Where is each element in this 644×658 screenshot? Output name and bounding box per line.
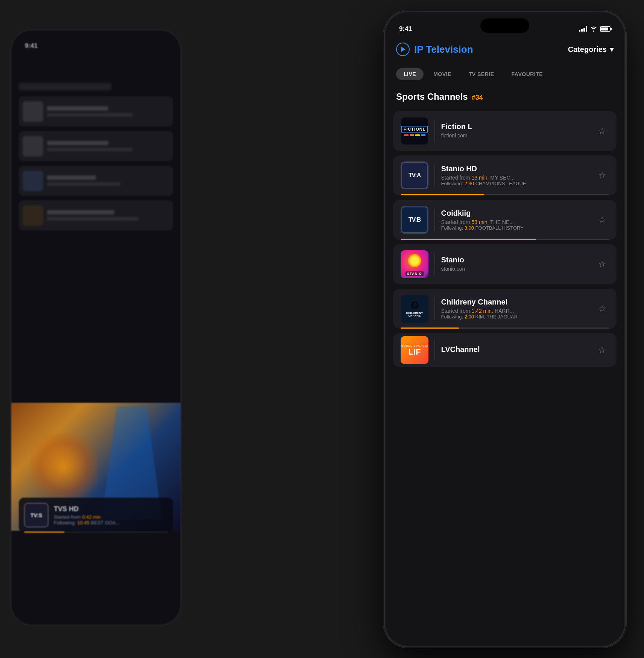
bg-tvs-sub2-text: BEST GOA... — [91, 520, 120, 525]
lvchannel-logo: MOUND SPORTEI LIF — [401, 336, 428, 364]
childreny-following-label: Following: — [441, 314, 465, 320]
stanio-sub: stanio.com — [441, 266, 590, 272]
stanio-hd-subtext: MY SEC... — [490, 175, 515, 181]
tvb-logo-text: TV:B — [409, 216, 421, 223]
tvb-logo: TV:B — [401, 206, 428, 234]
channel-divider — [434, 297, 435, 320]
signal-bar-4 — [586, 26, 587, 32]
childreny-name: Childreny Channel — [441, 298, 590, 306]
bg-tvs-logo-text: TV:S — [30, 512, 42, 518]
stanio-name: Stanio — [441, 256, 590, 264]
childreny-progress — [401, 327, 609, 329]
fictionl-bars — [404, 134, 425, 136]
battery-fill — [601, 27, 608, 30]
tab-live[interactable]: LIVE — [396, 68, 424, 80]
stanio-hd-sub: Started from 13 min. MY SEC... — [441, 175, 590, 181]
childreny-sub-label: Started from — [441, 308, 470, 314]
signal-bars-icon — [579, 26, 587, 32]
channel-card-stanio-hd[interactable]: TV:A Stanio HD Started from 13 min. MY S… — [393, 155, 617, 195]
childreny-label: CHILDRENYCHANNE — [406, 312, 423, 317]
lv-brand-main: LIF — [409, 348, 421, 356]
stanio-hd-time: 13 min. — [471, 175, 489, 181]
coidkiig-sub-label: Started from — [441, 219, 470, 225]
star-icon: ☆ — [598, 346, 606, 355]
main-phone-screen: 9:41 — [386, 12, 624, 646]
lvchannel-name: LVChannel — [441, 345, 590, 354]
stanio-favourite-button[interactable]: ☆ — [595, 257, 609, 271]
app-title-group: IP Television — [396, 43, 473, 56]
status-icons — [579, 26, 611, 32]
tva-logo-text: TV:A — [409, 172, 421, 179]
childreny-following-text: KIM, THE JAGUAR — [475, 314, 518, 320]
channel-card-childreny[interactable]: ⚙ CHILDRENYCHANNE Childreny Channel Star… — [393, 289, 617, 329]
stanio-hd-info: Stanio HD Started from 13 min. MY SEC...… — [441, 164, 590, 186]
fictionl-sub: fictionl.com — [441, 133, 590, 139]
fictionl-logo: FICTIONL — [401, 117, 428, 145]
bg-tvs-sub1-time: 0:42 min — [82, 514, 101, 520]
coidkiig-following-text: FOOTBALL HISTORY — [475, 225, 524, 231]
play-triangle — [401, 47, 406, 52]
fictionl-logo-text: FICTIONL — [401, 126, 428, 133]
signal-bar-1 — [579, 30, 580, 32]
childreny-subtext: HARR... — [495, 308, 514, 314]
wifi-icon — [590, 26, 597, 32]
tab-movie-label: MOVIE — [433, 71, 451, 77]
channel-card-stanio[interactable]: STANIO Stanio stanio.com ☆ — [393, 244, 617, 284]
bg-time: 9:41 — [25, 42, 38, 50]
coidkiig-time: 53 min. — [471, 219, 489, 225]
tab-movie[interactable]: MOVIE — [426, 68, 459, 80]
dynamic-island — [480, 18, 529, 33]
app-header: IP Television Categories ▾ — [386, 39, 624, 60]
childreny-logo: ⚙ CHILDRENYCHANNE — [401, 295, 428, 323]
childreny-favourite-button[interactable]: ☆ — [595, 302, 609, 315]
stanio-hd-progress-fill — [401, 194, 484, 195]
childreny-following-time: 2:00 — [465, 314, 474, 320]
channel-divider — [434, 120, 435, 142]
signal-bar-2 — [581, 29, 583, 32]
bg-tvs-title: TVS HD — [54, 505, 168, 513]
lvchannel-info: LVChannel — [441, 345, 590, 355]
tab-favourite-label: FAVOURITE — [512, 71, 543, 77]
coidkiig-progress — [401, 239, 609, 240]
stanio-hd-progress — [401, 194, 609, 195]
lv-brand-top: MOUND SPORTEI — [401, 344, 428, 347]
bg-tvs-sub1: Started from — [54, 514, 82, 520]
signal-bar-3 — [583, 28, 585, 32]
channel-card-coidkiig[interactable]: TV:B Coidkiig Started from 53 min. THE N… — [393, 200, 617, 240]
stanio-hd-favourite-button[interactable]: ☆ — [595, 169, 609, 182]
channel-list: FICTIONL Fiction L fictionl.com — [393, 111, 617, 634]
stanio-hd-following-text: CHAMPIONS LEAGUE — [475, 181, 526, 186]
channel-divider — [434, 339, 435, 361]
star-icon: ☆ — [598, 215, 606, 224]
tab-tvserie[interactable]: TV SERIE — [461, 68, 502, 80]
tab-favourite[interactable]: FAVOURITE — [504, 68, 551, 80]
coidkiig-sub: Started from 53 min. THE NE... — [441, 219, 590, 225]
stanio-logo: STANIO — [401, 250, 428, 278]
channel-card-lvchannel[interactable]: MOUND SPORTEI LIF LVChannel ☆ — [393, 333, 617, 367]
star-icon: ☆ — [598, 260, 606, 269]
fictionl-favourite-button[interactable]: ☆ — [595, 124, 609, 138]
coidkiig-subtext: THE NE... — [490, 219, 514, 225]
fictionl-info: Fiction L fictionl.com — [441, 122, 590, 140]
childreny-gear-icon: ⚙ — [410, 300, 419, 311]
coidkiig-following-label: Following: — [441, 225, 465, 231]
bg-tvs-sub2: Following: — [54, 520, 77, 525]
star-icon: ☆ — [598, 171, 606, 180]
channel-divider — [434, 164, 435, 187]
stanio-hd-sub-label: Started from — [441, 175, 470, 181]
stanio-sun — [408, 254, 421, 267]
stanio-hd-following-label: Following: — [441, 181, 465, 186]
section-title: Sports Channels — [396, 91, 468, 102]
status-time: 9:41 — [399, 25, 412, 33]
lvchannel-favourite-button[interactable]: ☆ — [595, 343, 609, 357]
background-phone: 9:41 TV:S TVS HD Started from 0:42 min — [11, 30, 181, 625]
childreny-info: Childreny Channel Started from 1:42 min.… — [441, 298, 590, 320]
channel-card-fictionl[interactable]: FICTIONL Fiction L fictionl.com — [393, 111, 617, 151]
channel-divider — [434, 209, 435, 231]
coidkiig-following-time: 3:00 — [465, 225, 474, 231]
stanio-hd-name: Stanio HD — [441, 164, 590, 173]
categories-button[interactable]: Categories ▾ — [568, 45, 614, 54]
app-title: IP Television — [414, 44, 473, 55]
coidkiig-favourite-button[interactable]: ☆ — [595, 213, 609, 227]
star-icon: ☆ — [598, 304, 606, 313]
